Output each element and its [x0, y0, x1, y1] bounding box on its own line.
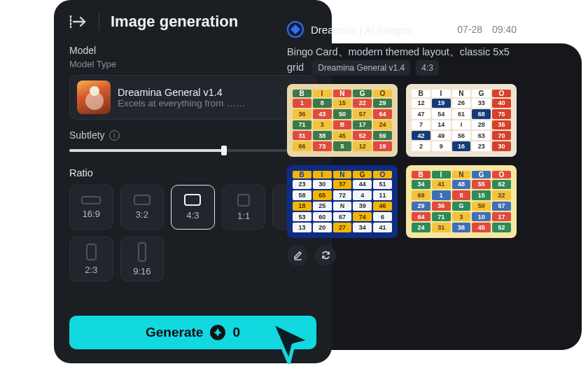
- result-thumbnail[interactable]: BINGO3441485562691815222936G505764713101…: [406, 165, 517, 238]
- generate-label: Generate: [146, 325, 203, 340]
- result-thumbnail[interactable]: BINGO23303744515865724111825N39465360677…: [287, 165, 398, 238]
- ratio-shape-icon: [138, 242, 146, 262]
- result-grid: BINGO181522293643505764713B1724313845525…: [287, 84, 517, 238]
- ratio-tile-2x3[interactable]: 2:3: [69, 237, 113, 281]
- subtlety-label: Subtlety: [69, 130, 105, 141]
- model-description: Excels at everything from ……: [118, 98, 288, 108]
- ratio-shape-icon: [86, 244, 97, 260]
- header-separator: [99, 13, 99, 30]
- model-type-label: Model Type: [69, 59, 316, 69]
- result-chip: 4:3: [416, 60, 439, 76]
- ratio-tile-label: 1:1: [237, 211, 250, 221]
- ratio-shape-icon: [134, 195, 150, 205]
- model-name: Dreamina General v1.4: [118, 87, 288, 98]
- results-column: Dreamina | AI Images 07-28 09:40 Bingo C…: [287, 21, 517, 266]
- ratio-tile-9x16[interactable]: 9:16: [120, 237, 164, 281]
- model-selector[interactable]: Dreamina General v1.4 Excels at everythi…: [69, 75, 316, 120]
- ratio-shape-icon: [81, 196, 101, 204]
- credits-icon: [210, 325, 225, 340]
- ratio-tile-label: 4:3: [186, 210, 199, 220]
- credits-count: 0: [232, 325, 240, 340]
- ratio-shape-icon: [237, 194, 250, 206]
- dreamina-logo-icon: [287, 21, 304, 38]
- model-thumbnail: [77, 80, 111, 114]
- result-thumbnail[interactable]: BINGO181522293643505764713B1724313845525…: [287, 84, 398, 157]
- result-chips: Dreamina General v1.44:3: [312, 60, 439, 76]
- ratio-tile-3x2[interactable]: 3:2: [120, 185, 164, 230]
- result-date: 07-28: [457, 24, 482, 35]
- subtlety-slider[interactable]: [69, 149, 290, 152]
- collapse-panel-icon[interactable]: [69, 14, 88, 29]
- ratio-tile-4x3[interactable]: 4:3: [171, 185, 215, 230]
- page-title: Image generation: [111, 13, 238, 31]
- info-icon[interactable]: i: [109, 130, 120, 141]
- generate-button[interactable]: Generate 0: [69, 316, 316, 349]
- subtlety-slider-fill: [69, 149, 224, 152]
- subtlety-slider-thumb[interactable]: [221, 146, 227, 155]
- result-source: Dreamina | AI Images: [311, 24, 412, 36]
- ratio-grid: 16:93:24:31:13:42:39:16: [69, 185, 316, 281]
- regenerate-button[interactable]: [315, 245, 336, 266]
- edit-button[interactable]: [287, 245, 308, 266]
- result-chip: Dreamina General v1.4: [312, 60, 410, 76]
- ratio-shape-icon: [184, 194, 201, 206]
- result-thumbnail[interactable]: BINGO12192633404754616875714I28354249566…: [406, 84, 517, 157]
- ratio-tile-label: 2:3: [85, 265, 97, 275]
- ratio-tile-1x1[interactable]: 1:1: [222, 185, 266, 230]
- result-time: 09:40: [492, 24, 517, 35]
- ratio-label: Ratio: [69, 167, 93, 178]
- model-section-label: Model: [69, 45, 316, 56]
- ratio-tile-label: 9:16: [133, 266, 150, 276]
- ratio-tile-16x9[interactable]: 16:9: [69, 185, 113, 230]
- ratio-tile-label: 3:2: [136, 209, 148, 220]
- ratio-tile-label: 16:9: [83, 209, 100, 219]
